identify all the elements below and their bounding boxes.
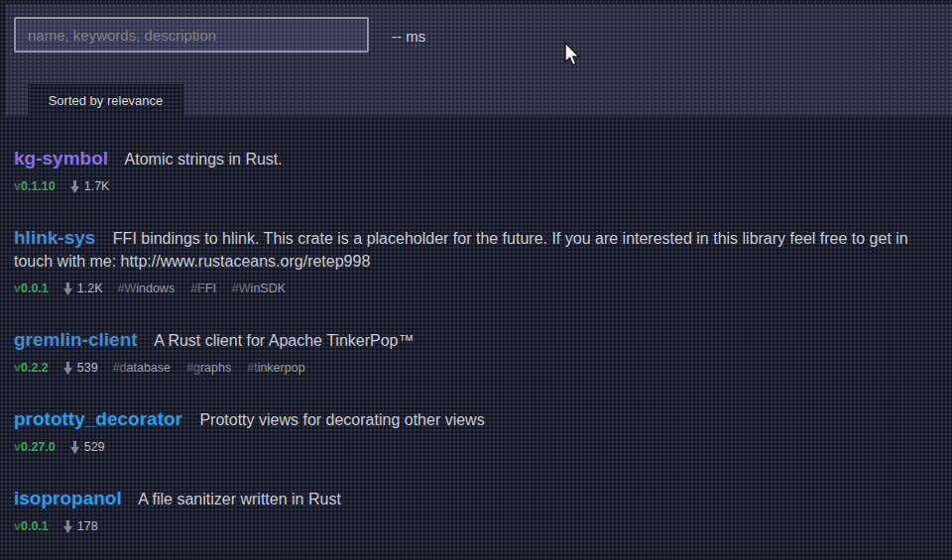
download-icon [63,282,72,295]
crate-downloads: 178 [63,519,98,533]
crate-tag[interactable]: #database [113,361,171,375]
crate-result-row: kg-symbol Atomic strings in Rust. v0.1.1… [14,147,916,193]
crate-name-link[interactable]: prototty_decorator [14,408,182,429]
crate-downloads: 529 [70,440,105,454]
crate-downloads: 1.2K [63,281,103,295]
download-count: 1.2K [77,281,103,295]
crate-version: v0.0.1 [14,519,49,533]
crate-description: Atomic strings in Rust. [125,151,283,168]
download-icon [63,362,72,375]
crate-version: v0.27.0 [14,440,56,454]
download-count: 529 [84,440,105,454]
mouse-arrow-cursor [563,42,581,67]
crate-version: v0.1.10 [14,179,56,193]
download-icon [70,180,79,193]
crate-meta-row: v0.27.0 529 [14,440,916,454]
crate-version: v0.0.1 [14,281,49,295]
tab-sorted-by-relevance[interactable]: Sorted by relevance [28,84,183,116]
crate-name-link[interactable]: kg-symbol [14,148,108,168]
crate-downloads: 1.7K [70,179,110,193]
crate-result-row: hlink-sys FFI bindings to hlink. This cr… [14,226,916,295]
crate-meta-row: v0.2.2 539 #database#graphs#tinkerpop [14,361,916,375]
crate-name-link[interactable]: gremlin-client [14,329,138,350]
crate-tags: #Windows#FFI#WinSDK [117,281,286,295]
download-icon [63,520,72,533]
crate-tag[interactable]: #WinSDK [232,281,286,295]
tab-label: Sorted by relevance [49,93,164,108]
search-input[interactable] [14,17,369,53]
crate-tag[interactable]: #FFI [190,281,216,295]
crate-description: A file sanitizer written in Rust [138,491,341,507]
crate-description: Prototty views for decorating other view… [199,411,484,428]
crate-title-line: prototty_decorator Prototty views for de… [14,407,916,431]
download-icon [70,441,79,454]
crate-description: A Rust client for Apache TinkerPop™ [154,332,414,349]
crate-tag[interactable]: #tinkerpop [247,361,304,375]
crate-tag[interactable]: #Windows [117,281,175,295]
crate-tag[interactable]: #graphs [186,361,231,375]
crate-meta-row: v0.1.10 1.7K [14,179,916,193]
results-list: kg-symbol Atomic strings in Rust. v0.1.1… [0,116,952,560]
download-count: 1.7K [84,179,110,193]
crate-meta-row: v0.0.1 178 [14,519,916,533]
download-count: 178 [77,519,98,533]
crate-result-row: isopropanol A file sanitizer written in … [14,487,916,533]
download-count: 539 [77,361,98,375]
crate-search-page: -- ms Sorted by relevance kg-symbol Atom… [0,0,952,560]
crate-downloads: 539 [63,361,98,375]
crate-name-link[interactable]: hlink-sys [14,227,95,248]
search-timing-label: -- ms [392,28,425,45]
crate-title-line: isopropanol A file sanitizer written in … [14,487,916,510]
crate-title-line: kg-symbol Atomic strings in Rust. [14,147,916,170]
crate-tags: #database#graphs#tinkerpop [113,361,305,375]
crate-result-row: prototty_decorator Prototty views for de… [14,407,916,454]
crate-result-row: gremlin-client A Rust client for Apache … [14,328,916,375]
crate-meta-row: v0.0.1 1.2K #Windows#FFI#WinSDK [14,281,916,295]
crate-name-link[interactable]: isopropanol [14,488,122,508]
crate-description: FFI bindings to hlink. This crate is a p… [14,230,908,270]
crate-version: v0.2.2 [14,361,49,375]
crate-title-line: gremlin-client A Rust client for Apache … [14,328,916,352]
crate-title-line: hlink-sys FFI bindings to hlink. This cr… [14,226,916,273]
